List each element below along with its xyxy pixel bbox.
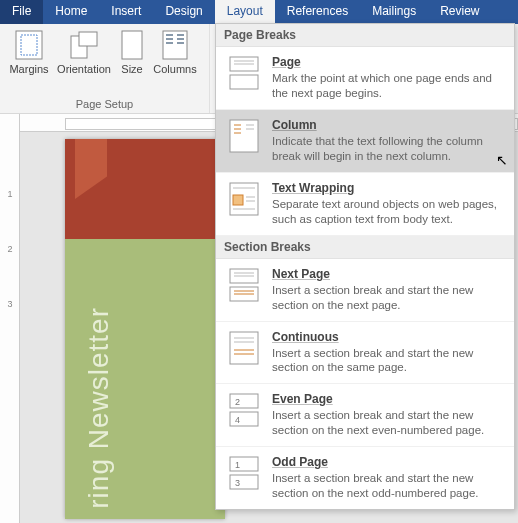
tab-design[interactable]: Design bbox=[153, 0, 214, 24]
svg-rect-37 bbox=[230, 332, 258, 364]
column-break-icon bbox=[226, 118, 262, 154]
columns-label: Columns bbox=[153, 63, 196, 75]
text-wrapping-icon bbox=[226, 181, 262, 217]
size-icon bbox=[116, 29, 148, 61]
ruler-tick: 1 bbox=[7, 189, 12, 199]
svg-rect-4 bbox=[122, 31, 142, 59]
svg-text:2: 2 bbox=[235, 397, 240, 407]
break-option-even-page[interactable]: 24 Even Page Insert a section break and … bbox=[216, 384, 514, 447]
tab-mailings[interactable]: Mailings bbox=[360, 0, 428, 24]
section-breaks-header: Section Breaks bbox=[216, 236, 514, 259]
break-option-odd-page[interactable]: 13 Odd Page Insert a section break and s… bbox=[216, 447, 514, 509]
svg-rect-3 bbox=[79, 32, 97, 46]
page-vertical-text: ring Newsletter bbox=[83, 307, 115, 509]
text-wrapping-title: Text Wrapping bbox=[272, 181, 504, 195]
next-page-icon bbox=[226, 267, 262, 303]
text-wrapping-desc: Separate text around objects on web page… bbox=[272, 197, 504, 227]
odd-page-icon: 13 bbox=[226, 455, 262, 491]
tab-home[interactable]: Home bbox=[43, 0, 99, 24]
columns-button[interactable]: Columns bbox=[150, 27, 200, 75]
next-page-title: Next Page bbox=[272, 267, 504, 281]
ruler-tick: 2 bbox=[7, 244, 12, 254]
break-option-text-wrapping[interactable]: Text Wrapping Separate text around objec… bbox=[216, 173, 514, 236]
margins-label: Margins bbox=[9, 63, 48, 75]
breaks-dropdown-panel: Page Breaks Page Mark the point at which… bbox=[215, 23, 515, 510]
even-page-title: Even Page bbox=[272, 392, 504, 406]
tab-insert[interactable]: Insert bbox=[99, 0, 153, 24]
break-option-continuous[interactable]: Continuous Insert a section break and st… bbox=[216, 322, 514, 385]
column-break-title: Column bbox=[272, 118, 504, 132]
odd-page-title: Odd Page bbox=[272, 455, 504, 469]
svg-rect-26 bbox=[233, 195, 243, 205]
page-break-desc: Mark the point at which one page ends an… bbox=[272, 71, 504, 101]
ruler-tick: 3 bbox=[7, 299, 12, 309]
ribbon-group-page-setup: Margins Orientation Size Columns bbox=[0, 24, 210, 113]
svg-text:4: 4 bbox=[235, 415, 240, 425]
tab-layout[interactable]: Layout bbox=[215, 0, 275, 24]
break-option-next-page[interactable]: Next Page Insert a section break and sta… bbox=[216, 259, 514, 322]
tab-references[interactable]: References bbox=[275, 0, 360, 24]
continuous-icon bbox=[226, 330, 262, 366]
orientation-label: Orientation bbox=[57, 63, 111, 75]
margins-icon bbox=[13, 29, 45, 61]
tab-file[interactable]: File bbox=[0, 0, 43, 24]
size-button[interactable]: Size bbox=[114, 27, 150, 75]
page-breaks-header: Page Breaks bbox=[216, 24, 514, 47]
page-body-shape: ring Newsletter bbox=[65, 239, 225, 519]
continuous-title: Continuous bbox=[272, 330, 504, 344]
document-page[interactable]: ring Newsletter bbox=[65, 139, 225, 519]
column-break-desc: Indicate that the text following the col… bbox=[272, 134, 504, 164]
tab-review[interactable]: Review bbox=[428, 0, 491, 24]
page-header-shape bbox=[65, 139, 225, 239]
ribbon-tabs: File Home Insert Design Layout Reference… bbox=[0, 0, 518, 24]
next-page-desc: Insert a section break and start the new… bbox=[272, 283, 504, 313]
svg-text:3: 3 bbox=[235, 478, 240, 488]
columns-icon bbox=[159, 29, 191, 61]
break-option-page[interactable]: Page Mark the point at which one page en… bbox=[216, 47, 514, 110]
even-page-desc: Insert a section break and start the new… bbox=[272, 408, 504, 438]
size-label: Size bbox=[121, 63, 142, 75]
orientation-button[interactable]: Orientation bbox=[54, 27, 114, 75]
svg-text:1: 1 bbox=[235, 460, 240, 470]
odd-page-desc: Insert a section break and start the new… bbox=[272, 471, 504, 501]
page-break-title: Page bbox=[272, 55, 504, 69]
orientation-icon bbox=[68, 29, 100, 61]
page-break-icon bbox=[226, 55, 262, 91]
even-page-icon: 24 bbox=[226, 392, 262, 428]
continuous-desc: Insert a section break and start the new… bbox=[272, 346, 504, 376]
break-option-column[interactable]: Column Indicate that the text following … bbox=[216, 110, 514, 173]
vertical-ruler: 1 2 3 bbox=[0, 114, 20, 523]
margins-button[interactable]: Margins bbox=[4, 27, 54, 75]
cursor-icon: ↖ bbox=[496, 152, 508, 168]
page-setup-group-label: Page Setup bbox=[0, 98, 209, 112]
svg-rect-16 bbox=[230, 75, 258, 89]
